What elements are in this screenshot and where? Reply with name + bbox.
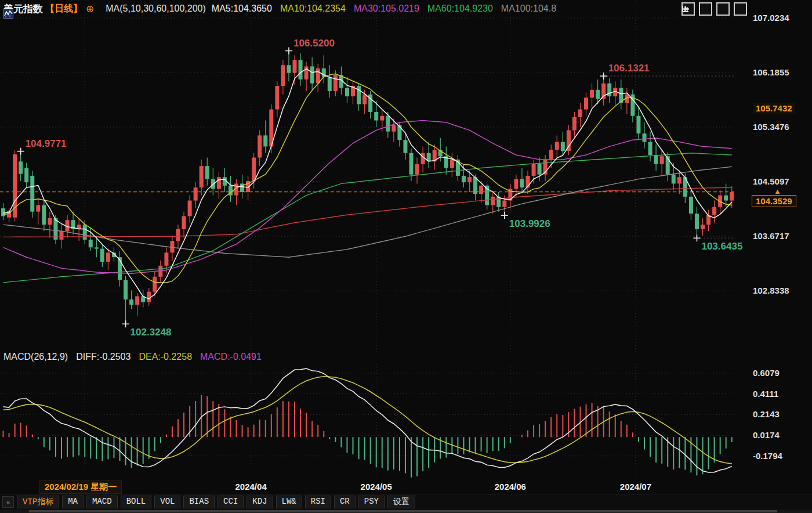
macd-axis-label: 0.6079 xyxy=(753,368,809,378)
tab-MA[interactable]: MA xyxy=(62,496,84,508)
ma200-line xyxy=(3,187,732,237)
tab-RSI[interactable]: RSI xyxy=(305,496,331,508)
chart-axis-icon[interactable] xyxy=(699,2,712,16)
ma-value: MA100:104.8 xyxy=(501,3,556,14)
macd-grid-layer xyxy=(0,364,735,480)
extreme-price-label: 103.9926 xyxy=(509,218,550,229)
y-axis-label: 102.8338 xyxy=(753,286,809,295)
macd-axis-label: -0.1794 xyxy=(753,451,809,461)
macd-header: MACD(26,12,9) DIFF:-0.2503DEA:-0.2258MAC… xyxy=(3,351,262,363)
candles-layer xyxy=(1,51,734,324)
trading-app-window: 104.9771106.5200106.1321102.3248103.9926… xyxy=(0,0,812,513)
grid-layer xyxy=(0,0,735,352)
tab-VOL[interactable]: VOL xyxy=(154,496,180,508)
exit-icon[interactable] xyxy=(734,2,747,16)
y-axis-label: 104.5097 xyxy=(753,176,809,186)
month-label: 2024/06 xyxy=(487,482,534,492)
y-axis-label: 107.0234 xyxy=(753,13,809,23)
ma10-line xyxy=(3,74,732,283)
macd-axis-label: 0.0174 xyxy=(753,430,809,440)
dea-line xyxy=(3,377,732,464)
ma-value: MA5:104.3650 xyxy=(212,3,272,14)
macd-chart[interactable] xyxy=(0,364,812,480)
chart-header: 美元指数 【日线】 ⊕ MA(5,10,30,60,100,200) MA5:1… xyxy=(3,2,556,15)
extreme-price-label: 103.6435 xyxy=(701,241,742,252)
month-label: 2024/04 xyxy=(228,482,274,492)
tab-PSY[interactable]: PSY xyxy=(358,496,385,508)
tab-KDJ[interactable]: KDJ xyxy=(246,496,273,508)
candlestick-chart[interactable]: 104.9771106.5200106.1321102.3248103.9926… xyxy=(0,0,812,352)
y-axis-label: 103.6717 xyxy=(753,231,809,241)
month-label: 2024/05 xyxy=(353,482,400,492)
tab-CCI[interactable]: CCI xyxy=(217,496,244,508)
current-price-tag: 104.3529 xyxy=(752,195,796,207)
macd-histogram xyxy=(3,395,732,478)
ma-value: MA30:105.0219 xyxy=(354,3,419,14)
tab-BOLL[interactable]: BOLL xyxy=(121,496,152,508)
month-label: 2024/07 xyxy=(612,482,659,492)
settlement-price-label: 105.7432 xyxy=(753,103,795,114)
window-controls xyxy=(682,2,747,16)
extreme-price-label: 104.9771 xyxy=(26,138,67,149)
tab-LW&[interactable]: LW& xyxy=(276,496,302,508)
macd-axis-label: 0.2143 xyxy=(753,409,809,419)
macd-values: DIFF:-0.2503DEA:-0.2258MACD:-0.0491 xyxy=(76,352,262,362)
scrollbar-track[interactable] xyxy=(0,510,812,513)
tab-VIP指标[interactable]: VIP指标 xyxy=(17,496,59,508)
y-axis-label: 105.3476 xyxy=(753,122,809,132)
chart-play-icon[interactable] xyxy=(716,2,730,16)
diff-line xyxy=(3,369,732,472)
macd-value: DEA:-0.2258 xyxy=(139,352,192,362)
ma30-line xyxy=(3,121,732,274)
ma100-line xyxy=(3,167,732,257)
ma5-line xyxy=(3,69,732,299)
toolbar-scroll-icon[interactable]: « xyxy=(2,496,14,508)
tab-MACD[interactable]: MACD xyxy=(86,496,118,508)
ma60-line xyxy=(3,153,732,283)
time-axis: 2024/02/19 星期一 2024/042024/052024/062024… xyxy=(0,481,812,494)
macd-value: MACD:-0.0491 xyxy=(200,352,262,362)
indicator-toolbar: « VIP指标MAMACDBOLLVOLBIASCCIKDJLW&RSICRPS… xyxy=(0,494,812,509)
compare-add-icon[interactable]: ⊕ xyxy=(86,4,94,14)
macd-caption: MACD(26,12,9) xyxy=(3,352,68,362)
first-date-label: 2024/02/19 星期一 xyxy=(39,481,122,494)
ma-value: MA10:104.2354 xyxy=(280,3,346,14)
period-label[interactable]: 【日线】 xyxy=(45,3,82,15)
ma-value: MA60:104.9230 xyxy=(427,3,493,14)
price-up-arrow-icon: ▲ xyxy=(774,187,781,195)
tab-设置[interactable]: 设置 xyxy=(387,496,415,508)
macd-value: DIFF:-0.2503 xyxy=(76,352,130,362)
ma-lines-layer xyxy=(3,69,732,299)
scrollbar-thumb[interactable] xyxy=(29,510,777,512)
tab-CR[interactable]: CR xyxy=(334,496,356,508)
extreme-price-label: 106.5200 xyxy=(293,38,335,49)
extreme-price-label: 106.1321 xyxy=(608,63,650,74)
tab-BIAS[interactable]: BIAS xyxy=(183,496,215,508)
macd-axis-label: 0.4111 xyxy=(753,389,809,399)
extreme-price-label: 102.3248 xyxy=(130,327,172,338)
ma-caption: MA(5,10,30,60,100,200) xyxy=(106,3,206,14)
ma-values: MA5:104.3650MA10:104.2354MA30:105.0219MA… xyxy=(212,3,556,14)
y-axis-label: 106.1855 xyxy=(753,67,809,77)
